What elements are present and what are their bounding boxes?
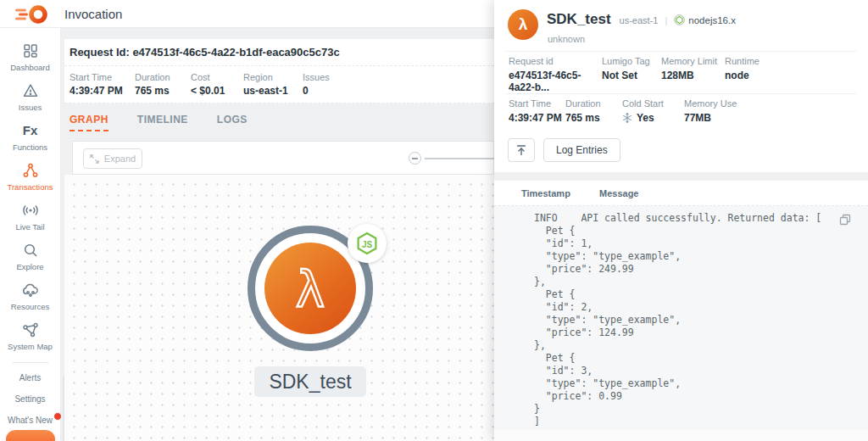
column-message: Message: [599, 181, 638, 206]
lambda-avatar-icon: λ: [508, 9, 538, 40]
request-id-bar: Request Id: e474513f-46c5-4a22-b1df-eaca…: [64, 39, 494, 66]
panel-divider: [506, 51, 856, 52]
sidebar-item-settings[interactable]: Settings: [14, 394, 45, 404]
copy-icon[interactable]: [839, 214, 851, 226]
sidebar: Dashboard Issues Fx Functions Transactio…: [0, 28, 61, 441]
metric-start-time: Start Time 4:39:47 PM: [509, 98, 565, 124]
metric-cold-start: Cold Start Yes: [622, 98, 684, 124]
log-message: INFO API called successfully. Returned d…: [534, 212, 821, 428]
meta-separator: |: [665, 15, 667, 25]
stat-cost: Cost < $0.01: [191, 72, 243, 103]
sidebar-item-explore[interactable]: Explore: [1, 241, 60, 271]
sidebar-item-whats-new[interactable]: What's New: [8, 416, 53, 425]
tab-logs[interactable]: LOGS: [217, 114, 248, 131]
info-memory-limit: Memory Limit 128MB: [661, 56, 725, 93]
panel-summary-card: λ SDK_test us-east-1 | nodejs16.x unknow…: [494, 0, 868, 172]
info-lumigo-tag: Lumigo Tag Not Set: [602, 56, 661, 93]
stat-duration: Duration 765 ms: [135, 72, 191, 103]
lumigo-logo-icon[interactable]: [14, 3, 51, 25]
panel-info-row: Request id e474513f-46c5-4a22-b... Lumig…: [509, 56, 760, 93]
scroll-to-top-button[interactable]: [508, 138, 535, 162]
dashboard-icon: [22, 42, 39, 59]
invocation-stats-row: Start Time 4:39:47 PM Duration 765 ms Co…: [64, 66, 494, 103]
graph-toolbar: Expand: [72, 141, 494, 175]
system-map-icon: [22, 321, 39, 338]
cloud-icon: [21, 281, 40, 299]
panel-subtitle: unknown: [548, 34, 585, 44]
tab-timeline[interactable]: TIMELINE: [137, 114, 188, 131]
column-timestamp: Timestamp: [521, 181, 570, 206]
panel-footer: [494, 430, 868, 441]
tab-graph[interactable]: GRAPH: [70, 114, 108, 131]
stat-region: Region us-east-1: [243, 72, 303, 103]
fx-icon: Fx: [23, 121, 38, 139]
invocation-detail-panel: λ SDK_test us-east-1 | nodejs16.x unknow…: [494, 0, 868, 441]
page-title: Invocation: [64, 0, 122, 28]
expand-button[interactable]: Expand: [83, 148, 142, 169]
sidebar-item-dashboard[interactable]: Dashboard: [1, 42, 60, 72]
stat-issues: Issues 0: [303, 72, 330, 103]
panel-divider: [506, 93, 856, 94]
log-entry-row[interactable]: INFO API called successfully. Returned d…: [494, 206, 868, 430]
broadcast-icon: [21, 201, 40, 219]
metric-duration: Duration 765 ms: [565, 98, 622, 124]
sidebar-item-functions[interactable]: Fx Functions: [1, 121, 60, 152]
sidebar-divider: [13, 362, 48, 363]
snowflake-icon: [622, 113, 632, 123]
zoom-out-icon[interactable]: [409, 152, 421, 165]
svg-text:λ: λ: [296, 261, 325, 319]
sidebar-item-live-tail[interactable]: Live Tail: [1, 201, 60, 232]
panel-runtime-tag: nodejs16.x: [688, 15, 736, 25]
nodejs-badge-icon: JS: [348, 224, 387, 263]
svg-text:JS: JS: [362, 240, 373, 249]
whats-new-badge: [53, 412, 62, 421]
stat-start-time: Start Time 4:39:47 PM: [70, 72, 135, 103]
log-entries-button[interactable]: Log Entries: [543, 138, 620, 162]
expand-arrows-icon: [90, 154, 99, 164]
sidebar-item-alerts[interactable]: Alerts: [19, 373, 42, 382]
sidebar-item-transactions[interactable]: Transactions: [1, 161, 60, 192]
transactions-icon: [22, 161, 39, 179]
log-table-header: Timestamp Message: [494, 181, 868, 206]
sidebar-cta-button[interactable]: [6, 430, 55, 441]
panel-title: SDK_test: [547, 11, 611, 28]
nodejs-runtime-icon: [674, 14, 685, 25]
search-icon: [22, 241, 39, 259]
invocation-tabs: GRAPH TIMELINE LOGS: [70, 103, 276, 141]
sidebar-item-system-map[interactable]: System Map: [1, 321, 60, 351]
panel-region: us-east-1: [620, 15, 659, 25]
panel-metric-row: Start Time 4:39:47 PM Duration 765 ms Co…: [509, 98, 737, 124]
metric-memory-use: Memory Use 77MB: [684, 98, 737, 124]
panel-title-row: SDK_test us-east-1 | nodejs16.x: [547, 11, 736, 28]
main-content: Request Id: e474513f-46c5-4a22-b1df-eaca…: [61, 28, 494, 441]
node-label[interactable]: SDK_test: [254, 366, 366, 397]
lambda-icon: λ: [264, 243, 356, 334]
sidebar-item-issues[interactable]: Issues: [1, 81, 60, 112]
zoom-slider[interactable]: [425, 158, 495, 159]
info-runtime: Runtime node: [725, 56, 760, 93]
graph-canvas[interactable]: λ JS SDK_test: [64, 175, 494, 441]
warning-triangle-icon: [22, 81, 39, 99]
sidebar-item-resources[interactable]: Resources: [1, 281, 60, 311]
info-request-id: Request id e474513f-46c5-4a22-b...: [509, 56, 602, 93]
